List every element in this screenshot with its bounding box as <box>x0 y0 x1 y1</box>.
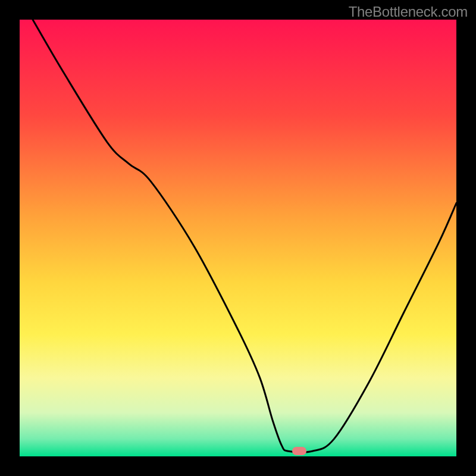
plot-area <box>20 20 456 456</box>
watermark-text: TheBottleneck.com <box>349 4 468 20</box>
curve-layer <box>20 20 456 456</box>
optimal-marker <box>292 447 306 455</box>
bottleneck-curve <box>33 20 456 452</box>
